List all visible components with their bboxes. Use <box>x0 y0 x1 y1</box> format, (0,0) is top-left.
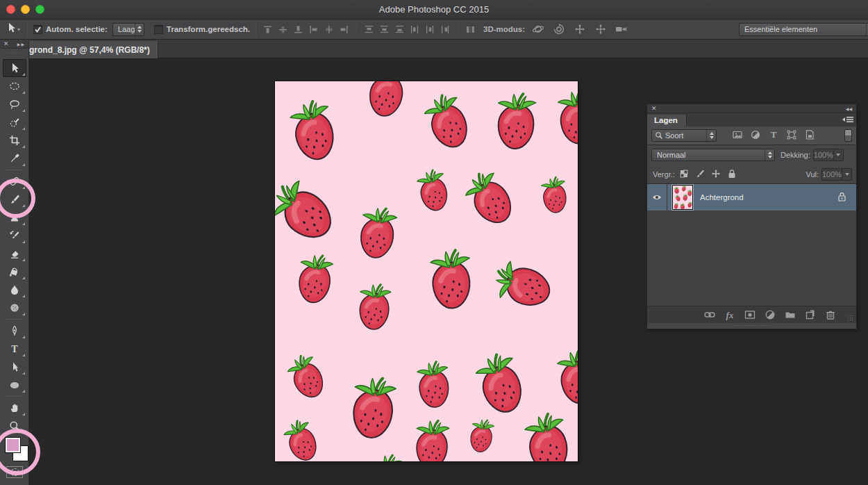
add-layer-mask-button[interactable] <box>744 309 756 320</box>
workspace-switcher[interactable]: Essentiële elementen <box>739 23 868 36</box>
paint-bucket-tool[interactable] <box>3 263 26 281</box>
new-adjustment-layer-button[interactable] <box>764 309 776 320</box>
align-left-edges-button[interactable] <box>308 24 319 35</box>
pixel-filter-button[interactable] <box>732 129 743 142</box>
lock-label: Vergr.: <box>653 170 675 179</box>
lock-all-button[interactable] <box>727 169 737 180</box>
layers-panel-resize-bar[interactable] <box>647 323 856 329</box>
link-layers-button[interactable] <box>703 309 716 320</box>
type-tool[interactable]: T <box>3 340 26 358</box>
document-tab-label: grond_8.jpg @ 57,4% (RGB/8*) <box>29 45 150 55</box>
tool-flyout-indicator <box>22 127 25 130</box>
window-title: Adobe Photoshop CC 2015 <box>0 4 868 15</box>
close-icon[interactable]: ✕ <box>651 106 657 112</box>
tools-panel-grip[interactable] <box>0 49 28 57</box>
align-horizontal-centers-button[interactable] <box>323 24 335 35</box>
crop-tool[interactable] <box>3 131 26 149</box>
layer-name[interactable]: Achtergrond <box>700 193 744 202</box>
dodge-tool[interactable] <box>3 299 26 317</box>
delete-layer-button[interactable] <box>824 309 837 320</box>
lock-transparency-button[interactable] <box>679 169 689 180</box>
tool-preset-picker[interactable]: ▾ <box>4 21 22 38</box>
eye-icon <box>652 193 662 202</box>
align-top-edges-button[interactable] <box>262 24 274 35</box>
type-filter-button[interactable]: T <box>768 129 779 142</box>
separator <box>6 319 24 320</box>
distribute-top-edges-button[interactable] <box>363 24 375 35</box>
layer-row-achtergrond[interactable]: Achtergrond <box>647 184 856 211</box>
chevron-down-icon: ▾ <box>17 26 20 33</box>
strawberry-pattern-image <box>275 81 578 461</box>
layer-visibility-toggle[interactable] <box>647 184 667 211</box>
blend-mode-dropdown[interactable]: Normaal <box>651 149 775 161</box>
expand-panel-icon[interactable]: ▶▶ <box>17 42 25 47</box>
adjustment-filter-button[interactable] <box>750 129 761 142</box>
canvas-document[interactable] <box>275 81 578 461</box>
lock-position-button[interactable] <box>711 169 721 180</box>
tool-flyout-indicator <box>22 372 25 375</box>
move-tool[interactable] <box>3 59 26 77</box>
3d-orbit-button[interactable] <box>531 23 544 35</box>
distribute-horizontal-centers-button[interactable] <box>424 24 436 35</box>
pen-tool[interactable] <box>3 322 26 340</box>
workspace-name: Essentiële elementen <box>744 25 817 33</box>
lasso-tool[interactable] <box>3 95 26 113</box>
shape-filter-button[interactable] <box>786 129 797 142</box>
tool-flyout-indicator <box>22 390 25 393</box>
opacity-field[interactable]: 100% <box>813 149 844 161</box>
distribute-right-edges-button[interactable] <box>440 24 451 35</box>
resize-grip-icon[interactable] <box>847 315 854 322</box>
layer-filter-type-dropdown[interactable]: Soort <box>651 129 717 142</box>
lock-pixels-button[interactable] <box>695 169 705 180</box>
distribute-spacing-button[interactable] <box>465 24 476 35</box>
fill-field[interactable]: 100% <box>821 168 852 181</box>
ellipse-shape-tool[interactable] <box>3 376 26 394</box>
layer-lock-icon <box>837 192 846 203</box>
distribute-bottom-edges-button[interactable] <box>394 24 406 35</box>
hand-tool[interactable] <box>3 399 26 417</box>
eraser-tool[interactable] <box>3 245 26 263</box>
panel-menu-icon[interactable] <box>842 116 853 125</box>
chevron-down-icon[interactable] <box>842 169 851 180</box>
collapse-panel-icon[interactable]: ◀◀ <box>846 106 852 111</box>
tool-flyout-indicator <box>22 336 25 338</box>
separator <box>458 23 458 35</box>
tool-list: T <box>0 57 28 435</box>
separator <box>6 170 24 170</box>
distribute-left-edges-button[interactable] <box>409 24 421 35</box>
distribute-vertical-centers-button[interactable] <box>378 24 390 35</box>
auto-select-checkbox[interactable]: Autom. selectie: <box>33 25 108 34</box>
3d-camera-button[interactable] <box>614 23 628 35</box>
blur-tool[interactable] <box>3 281 26 299</box>
chevron-down-icon[interactable] <box>833 149 843 161</box>
smart-object-filter-button[interactable] <box>804 129 815 142</box>
auto-select-value: Laag <box>118 25 135 33</box>
quick-selection-tool[interactable] <box>3 113 26 131</box>
options-bar: ▾ Autom. selectie: Laag Transform.gereed… <box>0 19 868 40</box>
layer-thumbnail[interactable] <box>672 185 693 210</box>
3d-slide-button[interactable] <box>593 23 607 35</box>
3d-pan-button[interactable] <box>572 23 586 35</box>
close-icon[interactable]: ✕ <box>3 41 9 47</box>
tool-flyout-indicator <box>22 91 25 94</box>
3d-roll-button[interactable] <box>551 23 565 35</box>
history-brush-tool[interactable] <box>3 227 26 245</box>
marquee-tool[interactable] <box>3 77 26 95</box>
align-right-edges-button[interactable] <box>338 24 350 35</box>
layer-style-button[interactable]: fx <box>724 309 736 320</box>
align-bottom-edges-button[interactable] <box>292 24 304 35</box>
layer-filter-buttons: T <box>732 129 815 142</box>
layers-panel-tabs: Lagen <box>647 113 856 126</box>
new-layer-button[interactable] <box>804 309 817 320</box>
path-selection-tool[interactable] <box>3 358 26 376</box>
auto-select-target-dropdown[interactable]: Laag <box>112 23 144 36</box>
eyedropper-tool[interactable] <box>3 149 26 167</box>
show-transform-controls-checkbox[interactable]: Transform.gereedsch. <box>154 25 250 34</box>
checkbox-checked-icon <box>33 25 42 34</box>
new-group-button[interactable] <box>784 309 796 320</box>
stepper-icon <box>765 149 774 161</box>
tab-layers[interactable]: Lagen <box>647 115 687 126</box>
3d-mode-group <box>531 23 628 35</box>
align-vertical-centers-button[interactable] <box>277 24 289 35</box>
layer-filter-toggle[interactable] <box>844 129 852 142</box>
